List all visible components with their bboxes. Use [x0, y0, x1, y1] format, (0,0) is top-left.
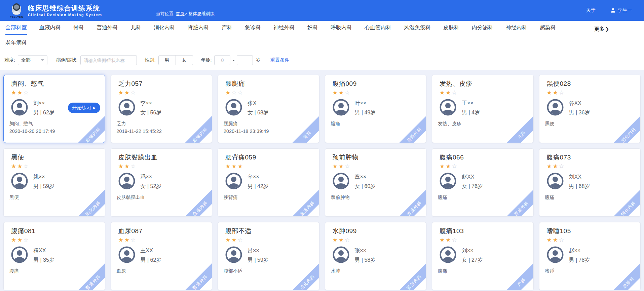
case-card[interactable]: 腰腿痛★☆☆张X女 | 68岁腰腿痛2020-11-18 23:39:49骨科 — [218, 75, 319, 143]
dept-tab[interactable]: 感染科 — [540, 21, 556, 35]
case-card[interactable]: 黑便★★☆姚××男 | 59岁黑便消化内科 — [3, 148, 105, 217]
app-title: 临床思维综合训练系统 — [28, 4, 102, 12]
case-symptom: 乏力 — [117, 121, 126, 127]
case-search-label: 病例/症状: — [56, 57, 78, 63]
department-nav: 全部科室血液内科骨科普通外科儿科消化内科肾脏内科产科急诊科神经外科妇科呼吸内科心… — [0, 21, 644, 50]
star-icon: ★ — [339, 163, 345, 170]
patient-gender-age: 女 | 52岁 — [141, 183, 162, 190]
dept-tab[interactable]: 风湿免疫科 — [404, 21, 431, 35]
patient-gender-age: 女 | 56岁 — [141, 109, 162, 116]
patient-name: 吕×× — [248, 247, 269, 254]
case-card[interactable]: 发热、皮疹★★☆王××男 | 4岁发热、皮疹儿科 — [432, 75, 534, 143]
case-card[interactable]: 水肿099★★☆张××男 | 58岁水肿肾脏内科 — [325, 222, 427, 290]
case-card[interactable]: 腹痛081★★☆程XX男 | 35岁腹痛普通外科 — [3, 222, 105, 290]
about-link[interactable]: 关于 — [586, 7, 596, 13]
patient-row: 程XX男 | 35岁 — [11, 246, 105, 264]
dept-tab[interactable]: 内分泌科 — [472, 21, 493, 35]
breadcrumb-current: 整体思维训练 — [188, 11, 215, 16]
star-icon: ★ — [11, 237, 17, 243]
star-icon: ☆ — [238, 89, 244, 96]
cards-grid: 胸闷、憋气★★☆刘××男 | 62岁开始练习▶胸闷、憋气2020-10-20 2… — [3, 75, 641, 290]
patient-avatar — [11, 173, 28, 191]
chevron-right-icon: ❯ — [605, 27, 609, 32]
difficulty-stars: ★★☆ — [440, 89, 533, 96]
patient-gender-age: 男 | 49岁 — [355, 109, 376, 116]
dept-tab[interactable]: 神经内科 — [506, 21, 527, 35]
patient-gender-age: 女 | 60岁 — [355, 183, 376, 190]
difficulty-select[interactable]: 全部 — [18, 55, 47, 65]
star-icon: ★ — [333, 163, 339, 170]
dept-tab[interactable]: 心血管内科 — [365, 21, 391, 35]
patient-meta: 李××女 | 56岁 — [141, 100, 162, 116]
star-icon: ★ — [440, 237, 446, 243]
star-icon: ★ — [225, 237, 231, 243]
case-card[interactable]: 皮肤黏膜出血★★☆冯××女 | 52岁皮肤黏膜出血血液内科 — [111, 148, 213, 217]
dept-tab[interactable]: 普通外科 — [97, 21, 118, 35]
case-card[interactable]: 黑便028★★☆谷XX男 | 36岁黑便消化内科 — [539, 75, 641, 143]
age-min-input[interactable] — [214, 55, 230, 65]
age-max-input[interactable] — [237, 55, 253, 65]
star-icon: ☆ — [24, 237, 30, 243]
star-icon: ★ — [339, 237, 345, 243]
patient-avatar — [440, 246, 456, 264]
patient-row: 张××男 | 58岁 — [333, 246, 426, 264]
more-tab[interactable]: 更多 ❯ — [594, 26, 609, 32]
patient-avatar — [118, 246, 135, 264]
case-title: 腹痛081 — [11, 227, 105, 235]
reset-filters-link[interactable]: 重置条件 — [270, 57, 289, 63]
patient-row: 叶××男 | 49岁 — [333, 99, 426, 117]
breadcrumb-home-link[interactable]: 首页 — [176, 11, 185, 16]
case-card[interactable]: 腹痛009★★☆叶××男 | 49岁腹痛普通外科 — [325, 75, 427, 143]
dept-tab[interactable]: 骨科 — [73, 21, 84, 35]
start-practice-button[interactable]: 开始练习▶ — [68, 103, 100, 113]
case-card[interactable]: 腹痛073★★☆刘XX男 | 68岁腹痛消化内科 — [539, 148, 641, 217]
gender-female-button[interactable]: 女 — [176, 55, 193, 65]
star-icon: ☆ — [559, 163, 565, 170]
dept-tab[interactable]: 肾脏内科 — [188, 21, 209, 35]
gender-male-button[interactable]: 男 — [158, 55, 176, 65]
dept-tab[interactable]: 老年病科 — [5, 35, 27, 50]
dept-tab[interactable]: 儿科 — [130, 21, 141, 35]
breadcrumb-label: 当前位置: — [156, 11, 175, 16]
case-card[interactable]: 乏力057★★☆李××女 | 56岁乏力2019-11-22 15:45:22血… — [111, 75, 213, 143]
patient-gender-age: 男 | 62岁 — [141, 257, 162, 264]
dept-tab[interactable]: 全部科室 — [5, 21, 27, 35]
patient-row: 章××女 | 60岁 — [333, 173, 426, 191]
case-card[interactable]: 胸闷、憋气★★☆刘××男 | 62岁开始练习▶胸闷、憋气2020-10-20 2… — [3, 75, 105, 143]
patient-row: 刘××女 | 27岁 — [440, 246, 533, 264]
star-icon: ★ — [440, 163, 446, 170]
dept-tab[interactable]: 血液内科 — [39, 21, 61, 35]
case-title: 腰背痛059 — [225, 153, 319, 161]
user-menu[interactable]: 学生一 — [610, 7, 632, 13]
patient-name: 程XX — [33, 247, 54, 254]
case-card[interactable]: 嗜睡105★★☆赵××男 | 78岁嗜睡急诊科 — [539, 222, 641, 290]
patient-name: 姚×× — [33, 174, 54, 181]
dept-tab[interactable]: 妇科 — [307, 21, 318, 35]
case-card[interactable]: 颈前肿物★★☆章××女 | 60岁颈前肿物普通外科 — [325, 148, 427, 217]
case-symptom: 腹痛 — [9, 268, 19, 274]
patient-gender-age: 男 | 59岁 — [33, 183, 54, 190]
case-date: 2020-10-20 20:17:49 — [9, 129, 55, 134]
case-card[interactable]: 腹部不适★★☆吕××男 | 59岁腹部不适消化内科 — [218, 222, 319, 290]
patient-row: 刘XX男 | 68岁 — [547, 173, 641, 191]
filter-bar: 难度: 全部 病例/症状: 性别: 男 女 年龄: - 岁 重置条件 — [0, 50, 644, 70]
star-icon: ★ — [547, 89, 553, 96]
dept-tab-row-2: 老年病科 — [0, 35, 644, 50]
dept-tab[interactable]: 消化内科 — [154, 21, 175, 35]
dept-tab[interactable]: 呼吸内科 — [331, 21, 352, 35]
case-card[interactable]: 腰背痛059★★★辛××男 | 42岁腰背痛血液内科 — [218, 148, 319, 217]
dept-tab[interactable]: 皮肤科 — [443, 21, 459, 35]
dept-tab[interactable]: 急诊科 — [245, 21, 261, 35]
star-icon: ★ — [238, 163, 244, 170]
dept-tab[interactable]: 产科 — [222, 21, 232, 35]
patient-meta: 辛××男 | 42岁 — [248, 174, 269, 190]
case-search-input[interactable] — [80, 55, 137, 65]
case-card[interactable]: 腹痛066★★☆赵XX女 | 76岁腹痛普通外科 — [432, 148, 534, 217]
patient-name: 李×× — [141, 100, 162, 107]
dept-tab[interactable]: 神经外科 — [273, 21, 295, 35]
difficulty-stars: ★★☆ — [11, 163, 105, 170]
star-icon: ★ — [124, 237, 130, 243]
case-card[interactable]: 血尿087★★☆王XX男 | 62岁血尿普通外科 — [111, 222, 213, 290]
case-card[interactable]: 腹痛103★★☆刘××女 | 27岁腹痛产科 — [432, 222, 534, 290]
case-symptom: 腰背痛 — [224, 194, 238, 201]
